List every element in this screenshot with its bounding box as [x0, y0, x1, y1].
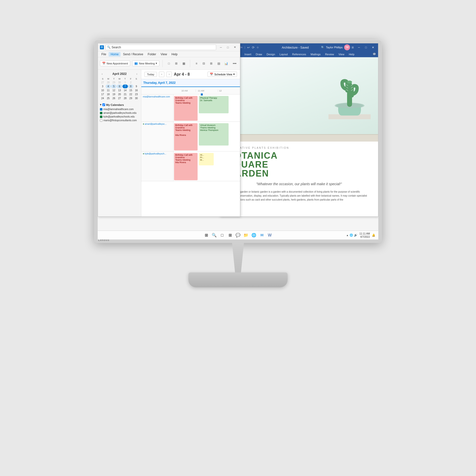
event-virtual-museum[interactable]: Virtual MuseumThams MeetingMonica Thomps… — [199, 123, 229, 146]
cal-day-26[interactable]: 26 — [111, 96, 117, 100]
view-btn-4[interactable]: ▤ — [215, 60, 222, 67]
calendar-item-mario[interactable]: mario@firstupconsultants.com — [100, 119, 139, 122]
view-btn-1[interactable]: ≡ — [193, 60, 200, 67]
cal-day-27[interactable]: 27 — [117, 96, 122, 100]
next-week-button[interactable]: › — [166, 72, 172, 77]
cal-day-17[interactable]: 17 — [100, 92, 105, 96]
cal-day-6[interactable]: 6 — [117, 85, 122, 88]
cal-day[interactable] — [134, 81, 139, 84]
minimize-button[interactable]: ─ — [218, 45, 224, 50]
cal-day-4[interactable]: 4 — [106, 85, 111, 88]
cal-day-19[interactable]: 19 — [111, 92, 117, 96]
notification-icon[interactable]: 🔔 — [372, 234, 375, 237]
taskbar-mail-icon[interactable]: ✉ — [258, 232, 265, 239]
word-menu-design[interactable]: Design — [265, 52, 277, 56]
taskbar-taskview-icon[interactable]: □ — [219, 232, 226, 239]
my-calendars-toggle[interactable]: ▾ My Calendars — [100, 103, 139, 106]
word-menu-view[interactable]: View — [336, 52, 346, 56]
cal-day-29[interactable]: 29 — [128, 96, 134, 100]
cal-day-5[interactable]: 5 — [111, 85, 117, 88]
cal-day-24[interactable]: 24 — [100, 96, 105, 100]
cal-day-28[interactable]: 28 — [122, 96, 128, 100]
cal-day-21[interactable]: 21 — [122, 92, 128, 96]
taskbar-chat-icon[interactable]: 💬 — [235, 232, 241, 239]
cal-day[interactable]: 27 — [100, 81, 105, 84]
taskbar-widgets-icon[interactable]: ⊞ — [227, 232, 234, 239]
cal-day-11[interactable]: 11 — [106, 89, 111, 92]
prev-month-button[interactable]: ‹ — [100, 72, 104, 76]
word-menu-insert[interactable]: Insert — [242, 52, 253, 56]
menu-home[interactable]: Home — [109, 52, 120, 57]
cal-day-22[interactable]: 22 — [128, 92, 134, 96]
new-meeting-button[interactable]: 👥 New Meeting ▾ — [132, 60, 159, 66]
calendar-item-amari[interactable]: amari@parkvalleyschools.edu — [100, 111, 139, 115]
cal-day-12[interactable]: 12 — [111, 89, 117, 92]
word-menu-draw[interactable]: Draw — [254, 52, 264, 56]
cal-day[interactable]: 29 — [111, 81, 117, 84]
calendar-item-mia[interactable]: mia@lamnahealthcare.com — [100, 107, 139, 111]
cal-day[interactable]: 1 — [122, 81, 128, 84]
new-appointment-button[interactable]: 📅 New Appointment — [100, 60, 130, 66]
prev-week-button[interactable]: ‹ — [159, 72, 164, 77]
word-document-area[interactable]: DECORATIVE PLANTS EXHIBITION BOTANICA SQ… — [220, 57, 378, 216]
menu-send-receive[interactable]: Send / Receive — [121, 52, 145, 57]
event-birthday-call-amari[interactable]: Birthday Call with GrandmaTeams MeetingM… — [174, 123, 198, 150]
cal-day-25[interactable]: 25 — [106, 96, 111, 100]
day-view-btn[interactable]: □ — [166, 60, 172, 67]
word-close-button[interactable]: ✕ — [370, 45, 376, 50]
search-bar[interactable]: 🔍 Search — [105, 45, 216, 50]
week-view-btn[interactable]: ⊞ — [173, 60, 179, 67]
cal-day-10[interactable]: 10 — [100, 89, 105, 92]
word-maximize-button[interactable]: □ — [363, 45, 369, 50]
event-physical-therapy[interactable]: Physical TherapyDr. Samuels — [199, 96, 229, 113]
view-btn-5[interactable]: 📊 — [223, 60, 229, 67]
month-view-btn[interactable]: ▦ — [180, 60, 187, 67]
menu-folder[interactable]: Folder — [146, 52, 158, 57]
taskbar-edge-icon[interactable]: 🌐 — [250, 232, 257, 239]
next-month-button[interactable]: › — [135, 72, 139, 76]
cal-day-23[interactable]: 23 — [134, 92, 139, 96]
view-btn-2[interactable]: ⊟ — [201, 60, 207, 67]
taskbar-search-icon[interactable]: 🔍 — [211, 232, 218, 239]
cal-day[interactable]: 28 — [106, 81, 111, 84]
cal-day-18[interactable]: 18 — [106, 92, 111, 96]
cal-day-13[interactable]: 13 — [117, 89, 122, 92]
menu-file[interactable]: File — [99, 52, 108, 57]
menu-view[interactable]: View — [159, 52, 169, 57]
cal-day-15[interactable]: 15 — [128, 89, 134, 92]
word-menu-review[interactable]: Review — [323, 52, 336, 56]
menu-help[interactable]: Help — [170, 52, 180, 57]
cal-day[interactable]: 2 — [128, 81, 134, 84]
word-menu-mailings[interactable]: Mailings — [309, 52, 323, 56]
event-hi-pr[interactable]: Hi...Pr...M... — [199, 153, 214, 165]
today-button[interactable]: Today — [144, 72, 157, 77]
word-minimize-button[interactable]: ─ — [356, 45, 362, 50]
calendar-item-kyle[interactable]: kyle@parkvalleyschools.edu — [100, 115, 139, 119]
taskbar-word-icon[interactable]: W — [266, 232, 273, 239]
volume-icon[interactable]: 🔊 — [354, 234, 357, 237]
cal-day-9[interactable]: 9 — [134, 85, 139, 88]
view-btn-3[interactable]: ⊞ — [208, 60, 214, 67]
cal-day-20[interactable]: 20 — [117, 92, 122, 96]
word-menu-references[interactable]: References — [290, 52, 308, 56]
taskbar-explorer-icon[interactable]: 📁 — [242, 232, 249, 239]
user-avatar[interactable]: TP — [344, 44, 350, 50]
word-menu-layout[interactable]: Layout — [278, 52, 290, 56]
network-icon[interactable]: 🌐 — [350, 234, 353, 237]
cal-day-7-today[interactable]: 7 — [122, 85, 128, 88]
taskbar-start-icon[interactable]: ⊞ — [203, 232, 210, 239]
cal-day-14[interactable]: 14 — [122, 89, 128, 92]
more-options-btn[interactable]: ••• — [231, 60, 238, 67]
cal-day-16[interactable]: 16 — [134, 89, 139, 92]
maximize-button[interactable]: □ — [225, 45, 231, 50]
tray-expand-icon[interactable]: ▲ — [346, 234, 349, 237]
cal-day[interactable]: 30 — [117, 81, 122, 84]
event-birthday-call-mia[interactable]: Birthday Call with GrandmaTeams Meeting — [174, 96, 198, 121]
event-birthday-call-kyle[interactable]: Birthday Call with GrandmaTeams MeetingM… — [174, 153, 198, 180]
schedule-view-selector[interactable]: 📅 Schedule View ▾ — [208, 72, 237, 77]
my-calendars-checkbox[interactable] — [102, 103, 105, 106]
close-button[interactable]: ✕ — [232, 45, 238, 50]
cal-day-30[interactable]: 30 — [134, 96, 139, 100]
word-menu-help[interactable]: Help — [347, 52, 357, 56]
cal-day[interactable]: 3 — [100, 85, 105, 88]
